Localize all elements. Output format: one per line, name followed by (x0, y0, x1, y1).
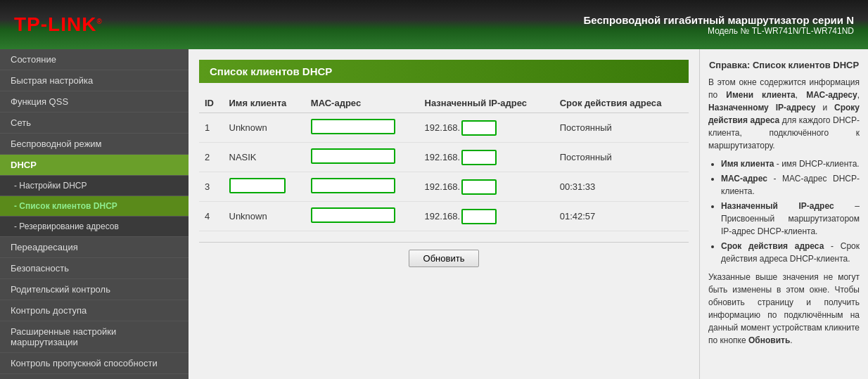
sidebar-item-dhcp[interactable]: DHCP (0, 155, 189, 176)
mac-masked (311, 148, 395, 164)
cell-name: Unknown (224, 113, 305, 143)
name-masked (229, 178, 286, 193)
col-lease: Срок действия адреса (554, 94, 689, 113)
cell-ip: 192.168. (419, 172, 554, 202)
logo: TP-LINK® (14, 13, 103, 36)
ip-prefix: 192.168. (425, 181, 461, 192)
help-list-item: Назначенный IP-адрес – Присвоенный маршр… (721, 200, 860, 238)
sidebar-item-dhcp-clients[interactable]: - Список клиентов DHCP (0, 196, 189, 217)
cell-name (224, 172, 305, 202)
help-title: Справка: Список клиентов DHCP (708, 60, 860, 70)
logo-text: TP-LINK (14, 13, 96, 35)
ip-container: 192.168. (425, 179, 497, 195)
cell-ip: 192.168. (419, 143, 554, 172)
cell-mac (305, 172, 419, 202)
cell-mac (305, 113, 419, 143)
cell-ip: 192.168. (419, 113, 554, 143)
layout: Состояние Быстрая настройка Функция QSS … (0, 49, 868, 379)
sidebar: Состояние Быстрая настройка Функция QSS … (0, 49, 189, 379)
table-divider (199, 242, 689, 243)
sidebar-item-qss[interactable]: Функция QSS (0, 91, 189, 113)
sidebar-item-forwarding[interactable]: Переадресация (0, 237, 189, 258)
table-row: 2 NASIK 192.168. Постоянный (199, 143, 689, 172)
ip-masked (461, 150, 497, 165)
sidebar-item-ipmac[interactable]: Привязка IP- и MAC-адресов (0, 374, 189, 379)
ip-masked (461, 120, 497, 136)
sidebar-item-dhcp-reservation[interactable]: - Резервирование адресов (0, 217, 189, 237)
cell-id: 3 (199, 172, 224, 202)
header: TP-LINK® Беспроводной гигабитный маршрут… (0, 0, 868, 49)
help-list-item: Имя клиента - имя DHCP-клиента. (721, 158, 860, 170)
ip-container: 192.168. (425, 150, 497, 165)
cell-lease: Постоянный (554, 113, 689, 143)
ip-prefix: 192.168. (425, 211, 461, 221)
refresh-container: Обновить (199, 250, 689, 267)
col-ip: Назначенный IP-адрес (419, 94, 554, 113)
ip-masked (461, 179, 497, 195)
cell-id: 2 (199, 143, 224, 172)
cell-name: Unknown (224, 202, 305, 231)
table-row: 3 192.168. 00:31:33 (199, 172, 689, 202)
sidebar-item-routing[interactable]: Расширенные настройки маршрутизации (0, 321, 189, 353)
cell-name: NASIK (224, 143, 305, 172)
cell-lease: Постоянный (554, 143, 689, 172)
cell-lease: 01:42:57 (554, 202, 689, 231)
ip-prefix: 192.168. (425, 122, 461, 133)
sidebar-item-network[interactable]: Сеть (0, 113, 189, 134)
ip-container: 192.168. (425, 209, 497, 224)
right-sidebar: Справка: Список клиентов DHCP В этом окн… (699, 49, 868, 379)
ip-prefix: 192.168. (425, 152, 461, 162)
refresh-button[interactable]: Обновить (409, 250, 480, 267)
sidebar-item-status[interactable]: Состояние (0, 49, 189, 70)
mac-masked (311, 178, 395, 193)
sidebar-item-access[interactable]: Контроль доступа (0, 300, 189, 321)
sidebar-item-security[interactable]: Безопасность (0, 258, 189, 279)
ip-container: 192.168. (425, 120, 497, 136)
logo-registered: ® (96, 18, 102, 25)
sidebar-item-parental[interactable]: Родительский контроль (0, 279, 189, 300)
header-main-title: Беспроводной гигабитный маршрутизатор се… (584, 14, 854, 26)
help-intro: В этом окне содержится информация по Име… (708, 76, 860, 152)
sidebar-item-wireless[interactable]: Беспроводной режим (0, 134, 189, 155)
cell-id: 4 (199, 202, 224, 231)
cell-lease: 00:31:33 (554, 172, 689, 202)
table-row: 1 Unknown 192.168. Постоянный (199, 113, 689, 143)
col-id: ID (199, 94, 224, 113)
header-sub-title: Модель № TL-WR741N/TL-WR741ND (584, 26, 854, 36)
header-title: Беспроводной гигабитный маршрутизатор се… (584, 14, 854, 36)
help-footer: Указанные выше значения не могут быть из… (708, 271, 860, 347)
sidebar-item-quicksetup[interactable]: Быстрая настройка (0, 70, 189, 91)
col-mac: МАС-адрес (305, 94, 419, 113)
mac-masked (311, 207, 395, 223)
help-list-item: МАС-адрес - МАС-адрес DHCP-клиента. (721, 172, 860, 198)
help-list-item: Срок действия адреса - Срок действия адр… (721, 240, 860, 265)
section-title: Список клиентов DHCP (199, 60, 689, 83)
mac-masked (311, 119, 395, 134)
ip-masked (461, 209, 497, 224)
sidebar-item-bandwidth[interactable]: Контроль пропускной способности (0, 353, 189, 374)
main-content: Список клиентов DHCP ID Имя клиента МАС-… (189, 49, 699, 379)
cell-id: 1 (199, 113, 224, 143)
dhcp-table: ID Имя клиента МАС-адрес Назначенный IP-… (199, 94, 689, 231)
table-row: 4 Unknown 192.168. 01:42:57 (199, 202, 689, 231)
help-list: Имя клиента - имя DHCP-клиента. МАС-адре… (708, 158, 860, 265)
cell-ip: 192.168. (419, 202, 554, 231)
sidebar-item-dhcp-settings[interactable]: - Настройки DHCP (0, 176, 189, 196)
cell-mac (305, 202, 419, 231)
col-name: Имя клиента (224, 94, 305, 113)
cell-mac (305, 143, 419, 172)
